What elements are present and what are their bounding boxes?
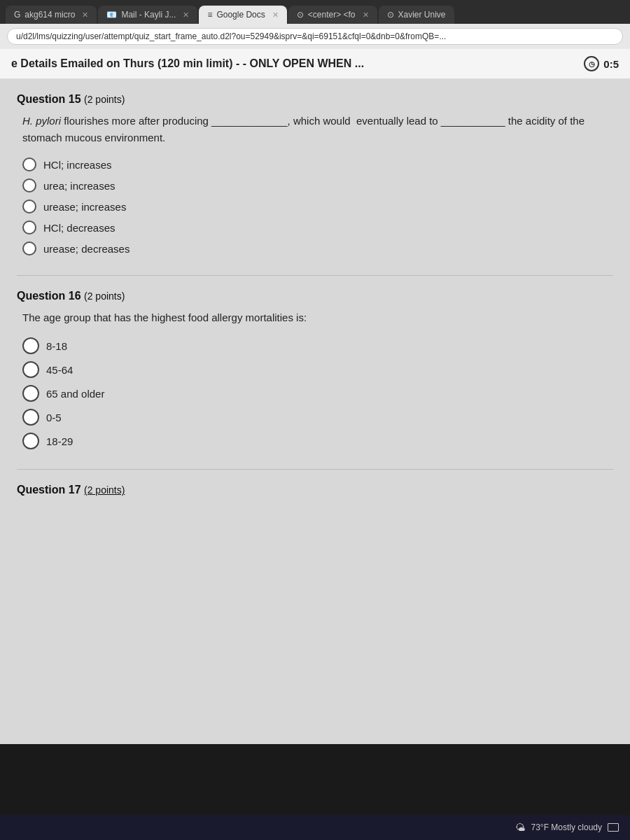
tab-google-docs[interactable]: ≡ Google Docs ✕ xyxy=(199,6,286,24)
q15-option-5-label: urease; decreases xyxy=(43,243,130,255)
question-17-header: Question 17 (2 points) xyxy=(17,484,613,496)
q15-radio-3[interactable] xyxy=(22,200,36,214)
question-15-number: Question 15 xyxy=(17,93,81,105)
q16-radio-4[interactable] xyxy=(22,409,39,426)
q15-option-4-label: HCl; decreases xyxy=(43,222,115,234)
taskbar: 🌤 73°F Mostly cloudy xyxy=(0,815,630,840)
tab-xavier[interactable]: ⊙ Xavier Unive xyxy=(379,6,454,24)
question-16-header: Question 16 (2 points) xyxy=(17,290,613,302)
tab-akg614[interactable]: G akg614 micro ✕ xyxy=(6,6,97,24)
tab-close-icon[interactable]: ✕ xyxy=(272,10,279,20)
q16-option-4-label: 0-5 xyxy=(46,412,62,424)
question-16-text: The age group that has the highest food … xyxy=(17,309,613,326)
circle-icon: ⊙ xyxy=(297,10,304,20)
timer-value: 0:5 xyxy=(603,58,619,70)
q15-option-2[interactable]: urea; increases xyxy=(22,178,613,192)
docs-icon: ≡ xyxy=(207,10,212,20)
content-area: Question 15 (2 points) H. pylori flouris… xyxy=(0,79,630,744)
browser-chrome: G akg614 micro ✕ 📧 Mail - Kayli J... ✕ ≡… xyxy=(0,0,630,49)
tab-mail[interactable]: 📧 Mail - Kayli J... ✕ xyxy=(98,6,197,24)
quiz-title: e Details Emailed on Thurs (120 min limi… xyxy=(11,57,364,70)
quiz-header: e Details Emailed on Thurs (120 min limi… xyxy=(0,49,630,79)
q16-text-body: The age group that has the highest food … xyxy=(22,312,307,323)
h-pylori-text: H. pylori xyxy=(22,115,61,127)
tab-center[interactable]: ⊙ <center> <fo ✕ xyxy=(288,6,377,24)
address-bar[interactable]: u/d2l/lms/quizzing/user/attempt/quiz_sta… xyxy=(7,28,623,45)
q16-option-5-label: 18-29 xyxy=(46,435,73,447)
q15-radio-4[interactable] xyxy=(22,220,36,234)
q15-radio-5[interactable] xyxy=(22,241,36,255)
q16-radio-3[interactable] xyxy=(22,385,39,402)
q15-option-5[interactable]: urease; decreases xyxy=(22,241,613,255)
question-17-number: Question 17 xyxy=(17,484,81,496)
q15-option-3[interactable]: urease; increases xyxy=(22,200,613,214)
q15-radio-2[interactable] xyxy=(22,178,36,192)
question-16-number: Question 16 xyxy=(17,290,81,302)
q16-option-2[interactable]: 45-64 xyxy=(22,361,613,378)
tab-bar: G akg614 micro ✕ 📧 Mail - Kayli J... ✕ ≡… xyxy=(0,6,630,24)
question-15-text: H. pylori flourishes more after producin… xyxy=(17,113,613,146)
q16-option-3-label: 65 and older xyxy=(46,388,104,400)
q15-text-body: flourishes more after producing ________… xyxy=(22,115,584,144)
timer: ◷ 0:5 xyxy=(584,56,619,71)
timer-icon: ◷ xyxy=(584,56,599,71)
address-bar-row: u/d2l/lms/quizzing/user/attempt/quiz_sta… xyxy=(0,24,630,49)
tab-label: Mail - Kayli J... xyxy=(121,10,176,20)
tab-close-icon[interactable]: ✕ xyxy=(363,10,369,20)
google-icon: G xyxy=(14,10,20,20)
q16-radio-2[interactable] xyxy=(22,361,39,378)
q16-option-4[interactable]: 0-5 xyxy=(22,409,613,426)
q15-option-3-label: urease; increases xyxy=(43,201,126,213)
question-15-header: Question 15 (2 points) xyxy=(17,93,613,106)
question-17-block: Question 17 (2 points) xyxy=(17,484,613,496)
tab-label: akg614 micro xyxy=(24,10,75,20)
question-15-points: (2 points) xyxy=(84,94,125,105)
taskbar-info: 🌤 73°F Mostly cloudy xyxy=(515,822,619,833)
question-15-options: HCl; increases urea; increases urease; i… xyxy=(17,158,613,255)
question-16-points: (2 points) xyxy=(84,290,125,302)
tab-close-icon[interactable]: ✕ xyxy=(82,10,88,20)
tab-label: Xavier Unive xyxy=(398,10,446,20)
q16-radio-1[interactable] xyxy=(22,337,39,354)
mail-icon: 📧 xyxy=(106,10,117,20)
divider-2 xyxy=(17,469,613,470)
weather-text: 73°F Mostly cloudy xyxy=(531,822,602,832)
q16-option-2-label: 45-64 xyxy=(46,364,73,376)
q15-option-1[interactable]: HCl; increases xyxy=(22,158,613,172)
q16-option-1-label: 8-18 xyxy=(46,340,67,352)
question-17-points: (2 points) xyxy=(84,484,125,496)
question-16-options: 8-18 45-64 65 and older 0-5 18-29 xyxy=(17,337,613,449)
q15-radio-1[interactable] xyxy=(22,158,36,172)
q15-option-1-label: HCl; increases xyxy=(43,159,112,171)
q15-option-4[interactable]: HCl; decreases xyxy=(22,220,613,234)
q16-radio-5[interactable] xyxy=(22,433,39,449)
q15-option-2-label: urea; increases xyxy=(43,180,115,192)
screen-icon xyxy=(608,823,619,832)
question-15-block: Question 15 (2 points) H. pylori flouris… xyxy=(17,93,613,255)
tab-label: Google Docs xyxy=(216,10,265,20)
q16-option-3[interactable]: 65 and older xyxy=(22,385,613,402)
q16-option-5[interactable]: 18-29 xyxy=(22,433,613,449)
tab-close-icon[interactable]: ✕ xyxy=(183,10,189,20)
divider-1 xyxy=(17,275,613,276)
weather-icon: 🌤 xyxy=(515,822,525,833)
q16-option-1[interactable]: 8-18 xyxy=(22,337,613,354)
tab-label: <center> <fo xyxy=(308,10,356,20)
circle-icon2: ⊙ xyxy=(387,10,394,20)
question-16-block: Question 16 (2 points) The age group tha… xyxy=(17,290,613,449)
